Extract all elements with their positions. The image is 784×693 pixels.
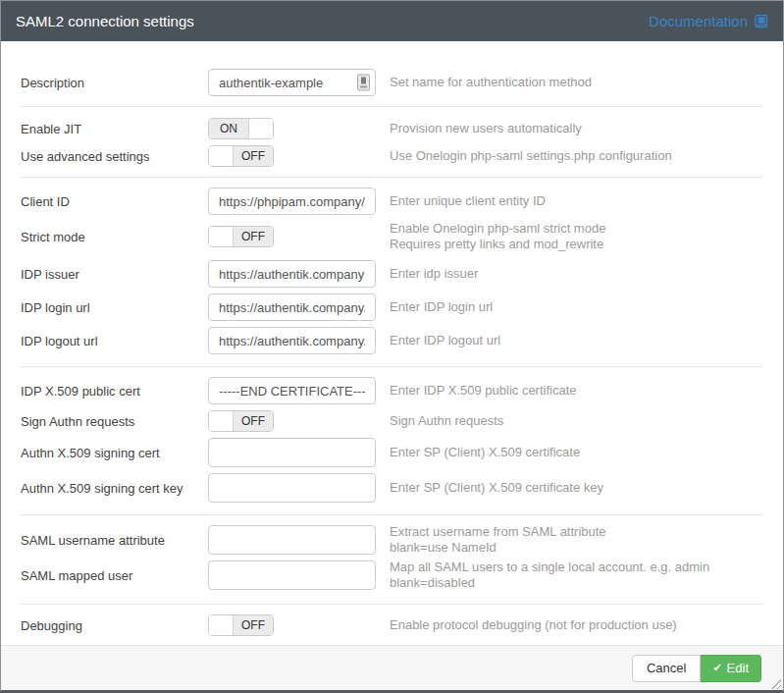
toggle-knob <box>249 119 273 138</box>
advanced-settings-toggle[interactable]: OFF <box>208 145 274 167</box>
field-label: IDP login url <box>1 300 208 315</box>
field-help: Enter IDP logout url <box>390 333 500 348</box>
documentation-link[interactable]: Documentation <box>649 13 768 29</box>
form-row-strict-mode: Strict mode OFF Enable Onelogin php-saml… <box>1 219 783 254</box>
saml2-settings-dialog: SAML2 connection settings Documentation … <box>0 0 784 693</box>
field-help: Provision new users automatically <box>390 121 582 136</box>
cancel-button[interactable]: Cancel <box>632 655 701 682</box>
field-help: Enable protocol debugging (not for produ… <box>390 617 677 633</box>
enable-jit-toggle[interactable]: ON <box>208 118 274 139</box>
toggle-state-label: OFF <box>233 227 273 246</box>
field-label: SAML username attribute <box>1 533 208 548</box>
documentation-link-label: Documentation <box>649 13 748 29</box>
form-row-sign-authn: Sign Authn requests OFF Sign Authn reque… <box>1 410 783 432</box>
dialog-header: SAML2 connection settings Documentation <box>1 1 783 41</box>
input-autofill-icon <box>357 75 370 91</box>
field-help: Enter unique client entity ID <box>390 193 546 209</box>
field-help: Enter IDP login url <box>390 299 493 315</box>
book-icon <box>754 15 768 28</box>
idp-login-url-input[interactable] <box>208 293 376 321</box>
field-label: Sign Authn requests <box>1 414 208 429</box>
form-row-idp-logout-url: IDP logout url Enter IDP logout url <box>1 327 783 354</box>
field-label: Client ID <box>1 194 208 209</box>
form-row-description: Description Set name for authentication … <box>1 69 783 96</box>
check-icon: ✔ <box>712 663 721 673</box>
field-help: Set name for authentication method <box>390 75 592 90</box>
field-help: Enter SP (Client) X.509 certificate key <box>390 480 603 496</box>
strict-mode-toggle[interactable]: OFF <box>208 226 274 247</box>
field-help: Enter SP (Client) X.509 certificate <box>390 445 580 460</box>
field-help: Enter idp issuer <box>390 266 478 282</box>
toggle-knob <box>209 411 233 431</box>
field-label: Authn X.509 signing cert key <box>1 481 208 496</box>
form-row-enable-jit: Enable JIT ON Provision new users automa… <box>1 118 783 139</box>
dialog-footer: Cancel ✔ Edit <box>1 645 783 690</box>
field-help: Extract username from SAML attribute bla… <box>390 524 606 556</box>
field-help: Use Onelogin php-saml settings.php confi… <box>390 148 672 164</box>
form-row-idp-cert: IDP X.509 public cert Enter IDP X.509 pu… <box>1 377 783 404</box>
field-help: Enable Onelogin php-saml strict mode Req… <box>390 221 605 252</box>
field-label: Strict mode <box>1 230 208 244</box>
dialog-title: SAML2 connection settings <box>16 13 194 29</box>
field-label: IDP X.509 public cert <box>1 384 208 399</box>
form-row-saml-mapped-user: SAML mapped user Map all SAML users to a… <box>1 560 783 590</box>
description-input[interactable] <box>208 69 376 96</box>
field-label: Enable JIT <box>1 122 208 136</box>
saml-username-attribute-input[interactable] <box>208 525 376 555</box>
form-row-idp-issuer: IDP issuer Enter idp issuer <box>1 260 783 288</box>
authn-signing-cert-key-input[interactable] <box>208 473 376 503</box>
edit-button-label: Edit <box>727 661 749 675</box>
toggle-knob <box>209 615 233 635</box>
debugging-toggle[interactable]: OFF <box>208 614 274 636</box>
authn-signing-cert-input[interactable] <box>208 438 376 467</box>
sign-authn-toggle[interactable]: OFF <box>208 410 274 432</box>
toggle-state-label: OFF <box>233 615 273 635</box>
form-row-idp-login-url: IDP login url Enter IDP login url <box>1 293 783 321</box>
form-row-authn-cert-key: Authn X.509 signing cert key Enter SP (C… <box>1 473 783 503</box>
form-row-advanced-settings: Use advanced settings OFF Use Onelogin p… <box>1 145 783 167</box>
idp-logout-url-input[interactable] <box>208 327 376 354</box>
field-help: Enter IDP X.509 public certificate <box>390 383 577 399</box>
field-help: Map all SAML users to a single local acc… <box>390 560 709 591</box>
idp-issuer-input[interactable] <box>208 260 376 288</box>
form-row-client-id: Client ID Enter unique client entity ID <box>1 187 783 215</box>
toggle-knob <box>209 227 233 246</box>
field-label: IDP logout url <box>1 334 208 348</box>
toggle-state-label: ON <box>209 119 249 138</box>
form-row-authn-cert: Authn X.509 signing cert Enter SP (Clien… <box>1 438 783 467</box>
toggle-state-label: OFF <box>233 411 273 431</box>
client-id-input[interactable] <box>208 187 376 215</box>
field-label: Description <box>1 76 208 90</box>
saml-mapped-user-input[interactable] <box>208 560 376 590</box>
field-label: SAML mapped user <box>1 568 208 583</box>
dialog-body: Description Set name for authentication … <box>1 41 783 658</box>
idp-public-cert-input[interactable] <box>208 377 376 404</box>
form-row-debugging: Debugging OFF Enable protocol debugging … <box>1 614 783 636</box>
edit-button[interactable]: ✔ Edit <box>701 655 761 682</box>
toggle-state-label: OFF <box>233 146 273 166</box>
field-label: Debugging <box>1 618 208 633</box>
field-label: Use advanced settings <box>1 149 208 164</box>
form-row-saml-username-attr: SAML username attribute Extract username… <box>1 525 783 555</box>
field-help: Sign Authn requests <box>390 413 503 429</box>
field-label: IDP issuer <box>1 267 208 282</box>
toggle-knob <box>209 146 233 166</box>
field-label: Authn X.509 signing cert <box>1 446 208 460</box>
